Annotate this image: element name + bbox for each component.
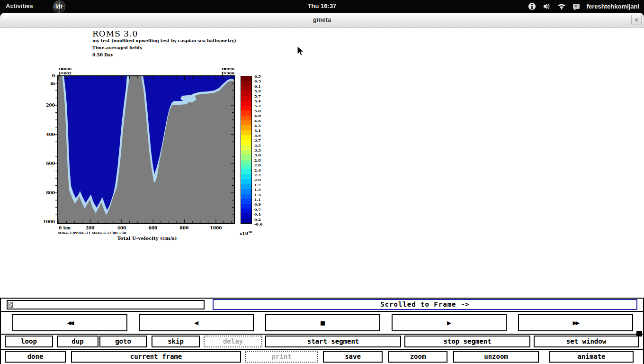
colorbar-cell xyxy=(241,204,251,209)
rewind-icon: ◀◀ xyxy=(67,318,72,327)
status-message: Scrolled to Frame -> xyxy=(213,299,637,310)
x-axis-tick-label: 0 km xyxy=(59,226,71,230)
unzoom-button[interactable]: unzoom xyxy=(453,351,539,363)
colorbar-cell xyxy=(241,194,251,199)
colorbar-cell xyxy=(241,140,251,145)
colorbar-tick-label: 3.5 xyxy=(254,143,261,148)
colorbar-tick-label: 0.9 xyxy=(254,202,261,207)
colorbar-cell xyxy=(241,130,251,135)
zoom-button[interactable]: zoom xyxy=(388,351,447,363)
close-button[interactable]: × xyxy=(631,15,642,25)
scrollbar-thumb[interactable] xyxy=(9,302,13,308)
colorbar-cell xyxy=(241,174,251,179)
colorbar-tick-label: 3.7 xyxy=(254,138,261,143)
plot-fields-line: Time-averaged fields xyxy=(92,46,142,50)
accessibility-icon[interactable] xyxy=(528,2,536,10)
y-axis-tick-label: 600 xyxy=(40,161,55,166)
step-forward-button[interactable]: ▶ xyxy=(392,314,507,331)
frame-scrollbar[interactable] xyxy=(7,300,205,309)
colorbar-tick-label: 6.3 xyxy=(254,79,261,83)
idt-control-panel: Scrolled to Frame -> ◀◀◀■▶▶▶ loopdupgoto… xyxy=(0,298,644,364)
start-segment-button[interactable]: start segment xyxy=(265,336,401,347)
colorbar-cell xyxy=(241,209,251,213)
colorbar-tick-label: 5.2 xyxy=(254,103,261,108)
colorbar-tick-label: 1.1 xyxy=(254,197,261,202)
resize-grip[interactable] xyxy=(636,331,642,337)
colorbar-cell xyxy=(241,116,251,120)
section-plot xyxy=(47,75,237,227)
action-controls-row: donecurrent frameprintsavezoomunzoomanim… xyxy=(1,350,643,364)
chat-icon[interactable] xyxy=(572,3,580,10)
colorbar-cell xyxy=(241,213,251,218)
colorbar-tick-label: 2.2 xyxy=(254,173,261,177)
colorbar-cell xyxy=(241,81,251,86)
stop-button[interactable]: ■ xyxy=(265,314,380,331)
colorbar-cell xyxy=(241,91,251,96)
colorbar-tick-label: 2.4 xyxy=(254,168,261,173)
wifi-icon[interactable] xyxy=(557,3,566,10)
colorbar-cell xyxy=(241,155,251,159)
plot-title: ROMS 3.0 xyxy=(92,29,138,38)
colorbar-tick-label: 2.8 xyxy=(254,158,261,163)
colorbar-tick-label: 1.7 xyxy=(254,182,261,187)
plot-day-line: 0.50 Day xyxy=(92,53,113,57)
stop-icon: ■ xyxy=(321,318,325,327)
status-row: Scrolled to Frame -> xyxy=(1,299,643,311)
colorbar-cell xyxy=(241,184,251,189)
colorbar-cell xyxy=(241,110,251,115)
plot-subtitle: my test (modified upwelling test by casp… xyxy=(92,38,236,43)
colorbar-tick-label: 0.2 xyxy=(254,217,261,222)
print-button: print xyxy=(245,351,318,363)
y-axis-tick-label: 800 xyxy=(40,191,55,195)
goto-button[interactable]: goto xyxy=(99,336,147,347)
colorbar-tick-label: 1.3 xyxy=(254,192,261,197)
dup-button[interactable]: dup xyxy=(57,336,98,347)
current-frame-button[interactable]: current frame xyxy=(71,351,241,363)
colorbar-cell xyxy=(241,164,251,169)
delay-button: delay xyxy=(204,336,262,347)
rewind-button[interactable]: ◀◀ xyxy=(12,314,127,331)
colorbar-tick-label: 1.5 xyxy=(254,187,261,192)
set-window-button[interactable]: set window xyxy=(534,336,639,347)
colorbar-cell xyxy=(241,135,251,140)
done-button[interactable]: done xyxy=(5,351,66,363)
colorbar-cell xyxy=(241,145,251,150)
colorbar-cell xyxy=(241,86,251,91)
mouse-cursor xyxy=(297,46,304,57)
x-axis-tick-label: 200 xyxy=(80,226,99,230)
colorbar-tick-label: 5.0 xyxy=(254,109,261,113)
gnome-top-bar: Activities Idt Thu 16:37 xyxy=(0,0,644,13)
plot-min-max: Min=-3.8996E-11 Max= 6.5238E+38 xyxy=(58,231,126,235)
colorbar-tick-label: 0.4 xyxy=(254,212,261,217)
fast-forward-button[interactable]: ▶▶ xyxy=(518,314,633,331)
segment-controls-row: loopdupgotoskipdelaystart segmentstop se… xyxy=(1,335,643,349)
x-axis-tick-label: 1000 xyxy=(206,226,225,230)
y-axis-tick-label: 400 xyxy=(40,132,55,137)
colorbar-cell xyxy=(241,169,251,174)
save-button[interactable]: save xyxy=(323,351,383,363)
x-axis-tick-label: 400 xyxy=(112,226,131,230)
colorbar-exponent: x1038 xyxy=(240,230,252,236)
stop-segment-button[interactable]: stop segment xyxy=(404,336,530,347)
corner-label-top-right: I=090 J=300 xyxy=(204,67,234,75)
volume-icon[interactable] xyxy=(543,2,551,10)
username[interactable]: fereshtehkomijani xyxy=(587,3,639,10)
x-axis-tick-label: 600 xyxy=(143,226,162,230)
y-axis-unit: m xyxy=(41,81,55,86)
colorbar xyxy=(241,76,252,224)
loop-button[interactable]: loop xyxy=(5,336,53,347)
plot-canvas: ROMS 3.0 my test (modified upwelling tes… xyxy=(0,27,644,298)
colorbar-cell xyxy=(241,76,251,81)
colorbar-tick-label: 5.9 xyxy=(254,89,261,93)
fast-forward-icon: ▶▶ xyxy=(572,318,578,327)
skip-button[interactable]: skip xyxy=(152,336,200,347)
animate-button[interactable]: animate xyxy=(549,351,634,363)
colorbar-tick-label: -0.0 xyxy=(254,222,262,227)
window-title: gmeta xyxy=(0,16,644,23)
colorbar-tick-label: 6.1 xyxy=(254,84,261,89)
step-back-button[interactable]: ◀ xyxy=(139,314,254,331)
window-titlebar[interactable]: gmeta × xyxy=(0,13,644,27)
colorbar-tick-label: 3.9 xyxy=(254,133,261,138)
colorbar-cell xyxy=(241,120,251,125)
colorbar-tick-label: 3.3 xyxy=(254,148,261,153)
